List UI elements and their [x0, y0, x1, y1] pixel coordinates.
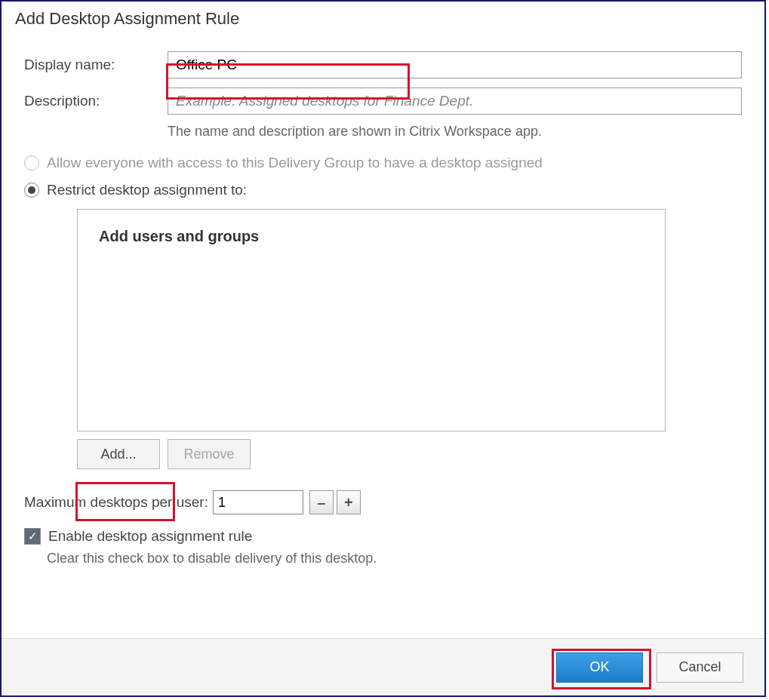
add-desktop-assignment-rule-dialog: Add Desktop Assignment Rule Display name… — [0, 0, 766, 697]
enable-rule-label: Enable desktop assignment rule — [48, 528, 252, 545]
add-button[interactable]: Add... — [77, 439, 160, 469]
name-description-help: The name and description are shown in Ci… — [168, 124, 742, 140]
max-desktops-input[interactable] — [213, 490, 303, 514]
cancel-button[interactable]: Cancel — [657, 652, 743, 683]
dialog-title: Add Desktop Assignment Rule — [2, 2, 764, 29]
display-name-input[interactable] — [168, 51, 742, 78]
radio-allow-everyone-label: Allow everyone with access to this Deliv… — [47, 155, 543, 171]
dialog-content: Display name: Description: The name and … — [2, 29, 764, 566]
enable-rule-help: Clear this check box to disable delivery… — [47, 551, 742, 566]
radio-unchecked-icon — [24, 155, 39, 170]
display-name-row: Display name: — [24, 51, 742, 78]
users-groups-title: Add users and groups — [99, 228, 644, 245]
radio-checked-icon — [24, 183, 39, 198]
dialog-footer: OK Cancel — [2, 638, 764, 695]
remove-button: Remove — [168, 439, 251, 469]
max-desktops-label: Maximum desktops per user: — [24, 494, 208, 511]
enable-rule-row[interactable]: ✓ Enable desktop assignment rule — [24, 528, 742, 545]
ok-button[interactable]: OK — [556, 652, 643, 683]
increment-button[interactable]: + — [337, 490, 361, 514]
display-name-label: Display name: — [24, 57, 168, 73]
radio-restrict[interactable]: Restrict desktop assignment to: — [24, 182, 742, 198]
users-groups-box: Add users and groups — [77, 209, 666, 431]
radio-restrict-label: Restrict desktop assignment to: — [47, 182, 247, 198]
description-input[interactable] — [168, 88, 742, 115]
description-row: Description: — [24, 88, 742, 115]
decrement-button[interactable]: – — [309, 490, 334, 514]
users-groups-buttons: Add... Remove — [77, 439, 742, 469]
checkbox-checked-icon: ✓ — [24, 528, 41, 545]
radio-allow-everyone: Allow everyone with access to this Deliv… — [24, 155, 742, 171]
description-label: Description: — [24, 93, 168, 109]
max-desktops-row: Maximum desktops per user: – + — [24, 490, 742, 514]
